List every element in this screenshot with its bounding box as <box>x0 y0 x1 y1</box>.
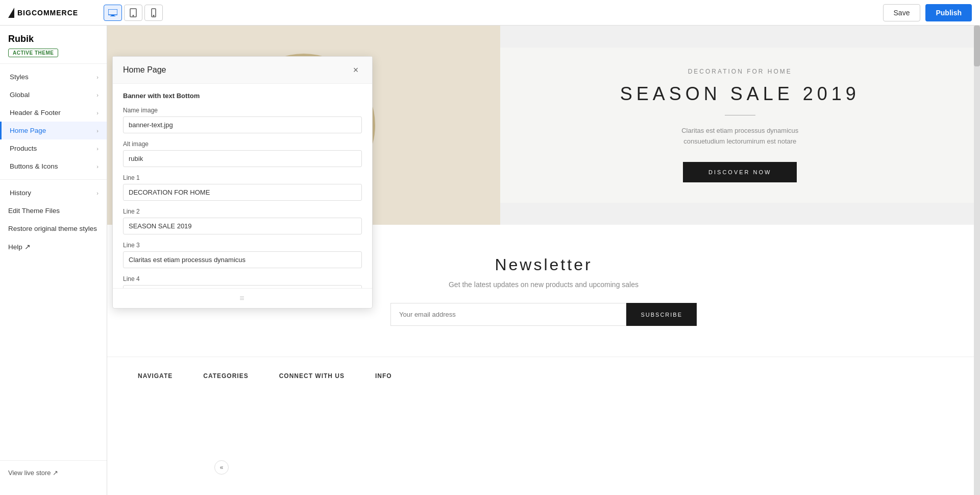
desktop-view-button[interactable] <box>104 5 122 21</box>
sidebar-item-label: Global <box>10 91 30 99</box>
drag-handle-icon: ≡ <box>239 294 245 303</box>
subscribe-button[interactable]: SUBSCRIBE <box>626 303 697 326</box>
banner-description: Claritas est etiam processus dynamicus c… <box>681 126 798 147</box>
form-group-line2: Line 2 <box>123 208 362 234</box>
sidebar-item-home-page[interactable]: Home Page › <box>0 122 107 139</box>
sidebar-item-label: Edit Theme Files <box>8 207 60 215</box>
theme-info: Rubik ACTIVE THEME <box>0 26 107 64</box>
form-label-line3: Line 3 <box>123 242 362 249</box>
footer-col-title: Connect With Us <box>279 372 345 380</box>
chevron-right-icon: › <box>96 163 99 170</box>
sidebar-item-global[interactable]: Global › <box>0 86 107 104</box>
sidebar-item-label: Home Page <box>10 127 46 134</box>
footer-col-title: Categories <box>203 372 248 380</box>
panel-body: Banner with text Bottom Name image Alt i… <box>113 84 372 288</box>
mobile-view-button[interactable] <box>144 5 163 21</box>
line3-input[interactable] <box>123 251 362 268</box>
svg-point-6 <box>153 15 154 16</box>
panel-header: Home Page × <box>113 57 372 84</box>
form-label-alt-image: Alt image <box>123 140 362 148</box>
sidebar-item-restore[interactable]: Restore original theme styles <box>0 220 107 238</box>
line1-input[interactable] <box>123 184 362 201</box>
chevron-right-icon: › <box>96 110 99 116</box>
form-group-line3: Line 3 <box>123 242 362 268</box>
sidebar-item-label: Styles <box>10 73 29 81</box>
svg-rect-2 <box>110 16 115 16</box>
email-input[interactable] <box>390 303 626 326</box>
newsletter-form: SUBSCRIBE <box>390 303 697 326</box>
panel-section-title: Banner with text Bottom <box>123 92 362 100</box>
sidebar-item-label: Buttons & Icons <box>10 162 58 170</box>
form-group-name-image: Name image <box>123 107 362 133</box>
logo-text: BIGCOMMERCE <box>17 9 78 17</box>
collapse-sidebar-button[interactable]: « <box>214 460 229 475</box>
banner-divider <box>725 115 755 115</box>
alt-image-input[interactable] <box>123 150 362 167</box>
svg-rect-1 <box>111 15 114 16</box>
chevron-right-icon: › <box>96 146 99 152</box>
panel-title: Home Page <box>123 65 166 75</box>
scrollbar-thumb[interactable] <box>974 26 980 66</box>
chevron-right-icon: › <box>96 92 99 98</box>
name-image-input[interactable] <box>123 116 362 133</box>
active-theme-badge: ACTIVE THEME <box>8 49 58 57</box>
sidebar-divider <box>0 179 107 180</box>
sidebar-item-label: Header & Footer <box>10 109 61 116</box>
theme-name: Rubik <box>8 34 99 44</box>
main-layout: Rubik ACTIVE THEME Styles › Global › Hea… <box>0 26 980 495</box>
form-label-name-image: Name image <box>123 107 362 114</box>
panel-footer: ≡ <box>113 288 372 308</box>
logo: BIGCOMMERCE <box>8 8 78 18</box>
footer-col-info: Info <box>375 372 392 380</box>
sidebar-item-products[interactable]: Products › <box>0 139 107 157</box>
view-live-store-link[interactable]: View live store ↗ <box>8 469 99 477</box>
footer-nav: Navigate Categories Connect With Us Info <box>107 357 980 395</box>
form-group-line4: Line 4 <box>123 275 362 288</box>
home-page-panel: Home Page × Banner with text Bottom Name… <box>112 56 373 309</box>
banner-content-right: DECORATION FOR HOME SEASON SALE 2019 Cla… <box>500 48 981 203</box>
topbar-actions: Save Publish <box>883 4 972 21</box>
banner-subtitle: DECORATION FOR HOME <box>688 68 792 75</box>
topbar-left: BIGCOMMERCE <box>8 5 163 21</box>
content-area: ½345 DECORATION FOR HOME SEASON SALE 201… <box>107 26 980 495</box>
sidebar-item-help[interactable]: Help ↗ <box>0 238 107 256</box>
topbar: BIGCOMMERCE Save Publish <box>0 0 980 26</box>
banner-title: SEASON SALE 2019 <box>620 83 860 105</box>
sidebar-item-label: Restore original theme styles <box>8 225 97 232</box>
form-label-line1: Line 1 <box>123 174 362 181</box>
form-group-alt-image: Alt image <box>123 140 362 167</box>
footer-col-title: Navigate <box>138 372 173 380</box>
footer-col-connect: Connect With Us <box>279 372 345 380</box>
scrollbar-track <box>974 26 980 495</box>
sidebar-footer: View live store ↗ <box>0 460 107 485</box>
chevron-right-icon: › <box>96 74 99 80</box>
sidebar-item-buttons-icons[interactable]: Buttons & Icons › <box>0 157 107 175</box>
sidebar-item-header-footer[interactable]: Header & Footer › <box>0 104 107 122</box>
sidebar-item-label: Products <box>10 145 37 152</box>
svg-rect-0 <box>108 9 117 15</box>
form-label-line4: Line 4 <box>123 275 362 282</box>
discover-now-button[interactable]: DISCOVER NOW <box>683 162 797 182</box>
form-group-line1: Line 1 <box>123 174 362 201</box>
logo-triangle-icon <box>8 8 14 18</box>
sidebar-item-label: History <box>10 189 31 197</box>
chevron-right-icon: › <box>96 190 99 196</box>
form-label-line2: Line 2 <box>123 208 362 215</box>
publish-button[interactable]: Publish <box>925 4 972 21</box>
device-icons <box>104 5 163 21</box>
footer-col-navigate: Navigate <box>138 372 173 380</box>
sidebar: Rubik ACTIVE THEME Styles › Global › Hea… <box>0 26 107 495</box>
chevron-right-icon: › <box>96 128 99 134</box>
sidebar-nav: Styles › Global › Header & Footer › Home… <box>0 64 107 260</box>
panel-close-button[interactable]: × <box>350 64 362 76</box>
footer-col-title: Info <box>375 372 392 380</box>
line2-input[interactable] <box>123 218 362 234</box>
sidebar-item-history[interactable]: History › <box>0 184 107 202</box>
sidebar-item-edit-theme[interactable]: Edit Theme Files <box>0 202 107 220</box>
tablet-view-button[interactable] <box>124 5 142 21</box>
sidebar-item-styles[interactable]: Styles › <box>0 68 107 86</box>
save-button[interactable]: Save <box>883 4 921 21</box>
footer-col-categories: Categories <box>203 372 248 380</box>
svg-point-4 <box>133 15 134 16</box>
sidebar-item-label: Help ↗ <box>8 243 31 251</box>
